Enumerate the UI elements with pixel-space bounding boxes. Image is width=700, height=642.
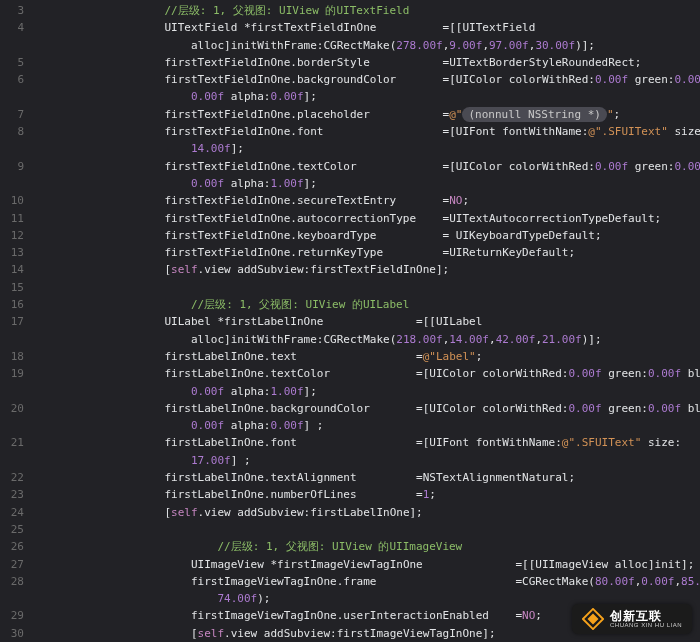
code-token: 0.00f (568, 402, 601, 415)
code-token: 278.00f (396, 39, 442, 52)
watermark-logo-icon (582, 608, 604, 630)
code-line[interactable]: alloc]initWithFrame:CGRectMake(278.00f,9… (32, 37, 700, 54)
code-token: firstTextFieldInOne.font =[UIFont fontWi… (164, 125, 588, 138)
line-number (0, 383, 24, 400)
code-line[interactable]: firstTextFieldInOne.secureTextEntry =NO; (32, 192, 700, 209)
code-token: 1.00f (270, 385, 303, 398)
autocomplete-placeholder-pill[interactable]: (nonnull NSString *) (462, 107, 606, 122)
code-token: green: (628, 160, 674, 173)
code-token: )]; (575, 39, 595, 52)
code-token: size: (668, 125, 700, 138)
code-token: ] ; (231, 454, 251, 467)
code-token: 80.00f (595, 575, 635, 588)
code-line[interactable]: [self.view addSubview:firstLabelInOne]; (32, 504, 700, 521)
code-area[interactable]: //层级: 1, 父视图: UIView 的UITextField UIText… (32, 0, 700, 642)
code-line[interactable]: firstTextFieldInOne.textColor =[UIColor … (32, 158, 700, 175)
code-token: self (171, 263, 198, 276)
code-line[interactable]: 0.00f alpha:0.00f] ; (32, 417, 700, 434)
code-token: UILabel *firstLabelInOne =[[UILabel (164, 315, 482, 328)
line-number: 9 (0, 158, 24, 175)
code-token: alloc]initWithFrame:CGRectMake( (191, 39, 396, 52)
code-token: , (482, 39, 489, 52)
code-token: firstImageViewTagInOne.userInteractionEn… (191, 609, 522, 622)
code-line[interactable]: firstLabelInOne.textAlignment =NSTextAli… (32, 469, 700, 486)
code-token: firstTextFieldInOne.backgroundColor =[UI… (164, 73, 594, 86)
watermark-badge: 创新互联 CHUANG XIN HU LIAN (572, 604, 692, 634)
code-editor[interactable]: 3456789101112131415161718192021222324252… (0, 0, 700, 642)
code-token: //层级: 1, 父视图: UIView 的UITextField (164, 4, 409, 17)
code-token: @".SFUIText" (588, 125, 667, 138)
code-line[interactable]: firstTextFieldInOne.font =[UIFont fontWi… (32, 123, 700, 140)
code-line[interactable] (32, 279, 700, 296)
code-line[interactable]: firstLabelInOne.backgroundColor =[UIColo… (32, 400, 700, 417)
code-token: 1.00f (270, 177, 303, 190)
line-number: 5 (0, 54, 24, 71)
code-line[interactable]: //层级: 1, 父视图: UIView 的UIImageView (32, 538, 700, 555)
code-token: 0.00f (568, 367, 601, 380)
line-number: 29 (0, 607, 24, 624)
code-line[interactable]: 0.00f alpha:0.00f]; (32, 88, 700, 105)
line-number: 8 (0, 123, 24, 140)
code-line[interactable]: firstLabelInOne.numberOfLines =1; (32, 486, 700, 503)
code-line[interactable]: 0.00f alpha:1.00f]; (32, 175, 700, 192)
line-number (0, 88, 24, 105)
code-line[interactable]: //层级: 1, 父视图: UIView 的UILabel (32, 296, 700, 313)
code-token: , (489, 333, 496, 346)
code-line[interactable]: [self.view addSubview:firstTextFieldInOn… (32, 261, 700, 278)
code-line[interactable]: firstTextFieldInOne.backgroundColor =[UI… (32, 71, 700, 88)
code-token: ]; (231, 142, 244, 155)
code-token: green: (602, 402, 648, 415)
code-line[interactable]: 0.00f alpha:1.00f]; (32, 383, 700, 400)
code-line[interactable]: firstLabelInOne.font =[UIFont fontWithNa… (32, 434, 700, 451)
code-token: 9.00f (449, 39, 482, 52)
line-number: 3 (0, 2, 24, 19)
code-line[interactable]: firstTextFieldInOne.returnKeyType =UIRet… (32, 244, 700, 261)
code-line[interactable]: firstLabelInOne.text =@"Label"; (32, 348, 700, 365)
code-token: @" (449, 108, 462, 121)
code-line[interactable]: //层级: 1, 父视图: UIView 的UITextField (32, 2, 700, 19)
code-token: firstTextFieldInOne.keyboardType = UIKey… (164, 229, 601, 242)
code-token: firstTextFieldInOne.secureTextEntry = (164, 194, 449, 207)
code-token: 0.00f (641, 575, 674, 588)
code-line[interactable]: firstTextFieldInOne.keyboardType = UIKey… (32, 227, 700, 244)
line-number: 14 (0, 261, 24, 278)
code-token: 14.00f (191, 142, 231, 155)
line-number: 19 (0, 365, 24, 382)
line-number: 16 (0, 296, 24, 313)
line-number: 10 (0, 192, 24, 209)
code-token: .view addSubview:firstImageViewTagInOne]… (224, 627, 496, 640)
code-token: 0.00f (270, 419, 303, 432)
code-line[interactable]: firstTextFieldInOne.borderStyle =UITextB… (32, 54, 700, 71)
line-number: 11 (0, 210, 24, 227)
code-token: 17.00f (191, 454, 231, 467)
code-line[interactable]: alloc]initWithFrame:CGRectMake(218.00f,1… (32, 331, 700, 348)
code-line[interactable]: 17.00f] ; (32, 452, 700, 469)
code-line[interactable]: UIImageView *firstImageViewTagInOne =[[U… (32, 556, 700, 573)
line-number: 24 (0, 504, 24, 521)
code-token: ; (535, 609, 542, 622)
code-token: green: (628, 73, 674, 86)
code-line[interactable]: firstImageViewTagInOne.frame =CGRectMake… (32, 573, 700, 590)
code-token: 0.00f (674, 160, 700, 173)
code-token: @"Label" (423, 350, 476, 363)
code-line[interactable]: firstLabelInOne.textColor =[UIColor colo… (32, 365, 700, 382)
line-number: 18 (0, 348, 24, 365)
code-token: 0.00f (191, 177, 224, 190)
line-number (0, 452, 24, 469)
code-token: size: (641, 436, 681, 449)
code-token: 21.00f (542, 333, 582, 346)
line-number: 28 (0, 573, 24, 590)
code-line[interactable]: firstTextFieldInOne.autocorrectionType =… (32, 210, 700, 227)
code-line[interactable] (32, 521, 700, 538)
code-line[interactable]: 14.00f]; (32, 140, 700, 157)
code-token: firstLabelInOne.textColor =[UIColor colo… (164, 367, 568, 380)
watermark-en: CHUANG XIN HU LIAN (610, 622, 682, 628)
code-token: firstTextFieldInOne.returnKeyType =UIRet… (164, 246, 575, 259)
code-line[interactable]: UITextField *firstTextFieldInOne =[[UITe… (32, 19, 700, 36)
code-token: firstLabelInOne.numberOfLines = (164, 488, 422, 501)
code-token: firstLabelInOne.backgroundColor =[UIColo… (164, 402, 568, 415)
line-number: 15 (0, 279, 24, 296)
code-line[interactable]: firstTextFieldInOne.placeholder =@"(nonn… (32, 106, 700, 123)
code-line[interactable]: UILabel *firstLabelInOne =[[UILabel (32, 313, 700, 330)
code-token: )]; (582, 333, 602, 346)
